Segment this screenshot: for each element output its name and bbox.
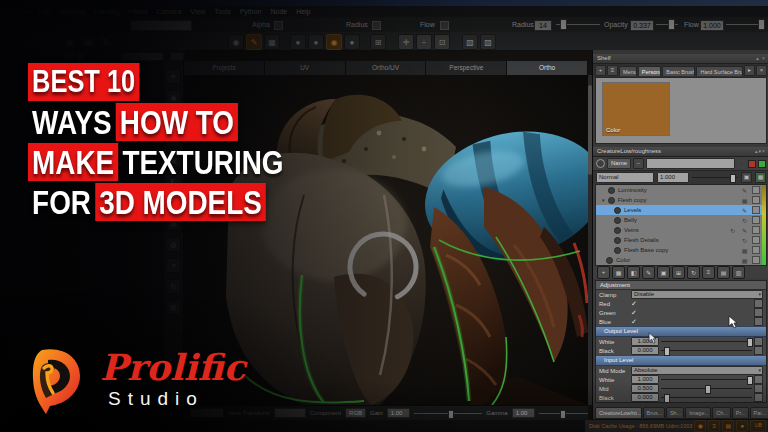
grid-view-icon[interactable]: ⊞ [370,34,386,50]
layer-link-icon[interactable] [752,236,760,244]
flow-checkbox[interactable] [440,21,449,30]
menu-help[interactable]: Help [296,6,310,17]
menu-python[interactable]: Python [240,6,262,17]
layers-panel-header[interactable]: CreatureLow/roughness ▴▾× [593,147,768,157]
color-swatch[interactable]: Color [602,82,670,136]
slider-handle[interactable] [664,394,670,403]
mid-mode-dropdown[interactable]: Absolute▾ [631,366,763,375]
input-white-value[interactable]: 1.000 [631,375,659,384]
add-shelf-icon[interactable]: + [595,65,606,76]
menu-tools[interactable]: Tools [214,6,230,17]
toolbar-button[interactable] [64,52,74,61]
panel-tab-shaders[interactable]: Sh... [666,407,684,419]
menu-view[interactable]: View [190,6,205,17]
panel-collapse-close-icons[interactable]: ▴▾× [755,147,766,156]
shelf-tab-menu[interactable]: Menu [619,66,637,76]
blend-mode-dropdown[interactable]: Normal [596,172,654,183]
radius-value[interactable]: 14 [534,20,552,31]
layer-link-icon[interactable] [752,216,760,224]
toolbar-button[interactable] [76,52,86,61]
visibility-eye-icon[interactable] [608,197,615,204]
status-lib-icon[interactable]: LIB [750,420,766,432]
project-icon[interactable]: ▦ [62,34,78,50]
view-transform-dropdown[interactable] [274,408,306,418]
layer-link-icon[interactable] [752,226,760,234]
mirror-tool-icon[interactable]: ▧ [462,34,478,50]
layer-row[interactable]: Veins ↻ ✎ [596,225,766,235]
visibility-eye-icon[interactable] [614,217,621,224]
layer-row[interactable]: Belly ↻ [596,215,766,225]
layer-row[interactable]: Color ▦ [596,255,766,265]
lock-icon[interactable]: ▣ [741,172,752,183]
shelf-menu-icon[interactable]: ≡ [607,65,618,76]
radius-checkbox[interactable] [372,21,381,30]
layer-row[interactable]: Flesh Base copy ▦ [596,245,766,255]
remove-layer-icon[interactable]: ▥ [732,266,745,279]
paint-mode-dropdown[interactable] [130,20,192,31]
shelf-scroll-right-icon[interactable]: ▸ [744,65,755,76]
menu-file[interactable]: File [18,6,29,17]
layer-group-row[interactable]: ▾ Flesh copy ▦ [596,195,766,205]
gamma-value[interactable]: 1.00 [512,408,536,418]
falloff-dropdown[interactable] [120,52,164,61]
panel-tab-channels[interactable]: Ch... [712,407,731,419]
eyedropper-icon[interactable]: ◍ [166,237,181,252]
input-level-section[interactable]: Input Level [596,355,766,366]
add-group-icon[interactable]: ▦ [612,266,625,279]
blend-slider-handle[interactable] [730,174,736,183]
menu-filters[interactable]: Filters [128,6,147,17]
blue-checkbox[interactable]: ✓ [631,317,637,326]
soft-brush-icon[interactable]: ● [290,34,306,50]
reset-button[interactable] [754,308,763,317]
menu-camera[interactable]: Camera [156,6,181,17]
save-icon[interactable]: ▤ [80,34,96,50]
red-channel-chip[interactable] [748,160,756,168]
undo-icon[interactable]: ↻ [98,34,114,50]
duplicate-layer-icon[interactable]: ⊞ [672,266,685,279]
history-clock-icon[interactable] [737,159,746,168]
layer-search-input[interactable] [646,158,735,169]
radius-slider-handle[interactable] [560,19,567,30]
slider-handle[interactable] [705,385,711,394]
tab-ortho-uv[interactable]: Ortho/UV [346,61,427,75]
input-white-slider[interactable] [661,379,752,380]
output-white-slider[interactable] [661,341,752,342]
reset-button[interactable] [754,393,763,402]
reset-button[interactable] [754,317,763,326]
add-mask-icon[interactable]: ✎ [642,266,655,279]
clone-tool-icon[interactable]: ▨ [480,34,496,50]
tab-perspective[interactable]: Perspective [426,61,507,75]
airbrush-icon[interactable]: ● [344,34,360,50]
input-black-value[interactable]: 0.000 [631,393,659,402]
tab-ortho[interactable]: Ortho [507,61,588,75]
visibility-eye-icon[interactable] [606,257,613,264]
red-checkbox[interactable]: ✓ [631,299,637,308]
gamma-slider-track[interactable] [539,413,588,414]
share-layer-icon[interactable]: ≡ [702,266,715,279]
shelf-tab-hard-surface-brushes[interactable]: Hard Surface Brushes [696,66,743,76]
shelf-close-icon[interactable]: × [756,65,767,76]
transform-tool-icon[interactable]: ⊡ [434,34,450,50]
layer-link-icon[interactable] [752,196,760,204]
shelf-content[interactable]: Color [595,77,767,144]
reset-button[interactable] [754,384,763,393]
reset-button[interactable] [754,346,763,355]
paint-brush-icon[interactable]: ✎ [246,34,262,50]
reset-button[interactable] [754,337,763,346]
shelf-panel-header[interactable]: Shelf ▴ × [593,54,768,64]
group-expand-caret-icon[interactable]: ▾ [602,197,605,203]
visibility-eye-icon[interactable] [614,237,621,244]
cache-layer-icon[interactable]: ▤ [717,266,730,279]
menu-painting[interactable]: Painting [94,6,119,17]
visibility-eye-icon[interactable] [608,187,615,194]
mid-value[interactable]: 0.500 [631,384,659,393]
status-grid-icon[interactable]: ▤ [722,420,734,432]
flow-slider-track[interactable] [726,24,762,25]
gain-value[interactable]: 1.00 [387,408,411,418]
gain-slider-track[interactable] [414,413,482,414]
blend-amount-slider[interactable] [692,177,738,178]
mid-slider[interactable] [661,388,752,389]
flow-value[interactable]: 1.000 [700,20,724,31]
select-tool-icon[interactable]: ◉ [228,34,244,50]
menu-node[interactable]: Node [271,6,288,17]
